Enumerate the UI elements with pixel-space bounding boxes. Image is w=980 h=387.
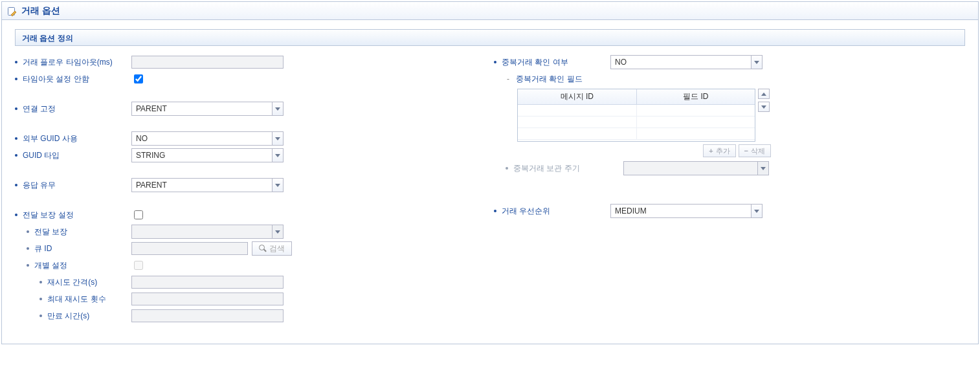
minus-icon — [744, 147, 748, 155]
input-queue-id[interactable] — [131, 242, 248, 255]
label-no-timeout: 타임아웃 설정 안함 — [23, 74, 113, 85]
right-column: 중복거래 확인 여부 NO - 중복거래 확인 필드 — [494, 55, 965, 326]
chevron-down-icon — [272, 149, 283, 162]
label-flow-timeout: 거래 플로우 타임아웃(ms) — [23, 57, 113, 68]
label-dup-retain: 중복거래 보관 주기 — [513, 163, 604, 174]
grid-row[interactable] — [518, 105, 755, 116]
combo-priority[interactable]: MEDIUM — [610, 204, 763, 218]
grid-col-message-id: 메시지 ID — [518, 89, 637, 104]
checkbox-no-timeout[interactable] — [134, 74, 143, 83]
label-priority: 거래 우선순위 — [502, 206, 592, 217]
input-max-retry[interactable] — [131, 293, 284, 305]
left-column: 거래 플로우 타임아웃(ms) 타임아웃 설정 안함 연결 고정 — [15, 55, 494, 326]
label-resp-yn: 응답 유무 — [23, 180, 113, 191]
add-row-button[interactable]: 추가 — [703, 144, 735, 157]
chevron-down-icon — [272, 132, 283, 145]
combo-deliv[interactable] — [131, 225, 284, 239]
dup-field-grid[interactable]: 메시지 ID 필드 ID — [517, 89, 755, 142]
combo-dup-check[interactable]: NO — [610, 55, 763, 69]
grid-row[interactable] — [518, 116, 755, 128]
combo-resp-yn[interactable]: PARENT — [131, 178, 284, 192]
grid-col-field-id: 필드 ID — [637, 89, 755, 104]
label-queue-id: 큐 ID — [34, 243, 125, 254]
label-deliv: 전달 보장 — [34, 227, 125, 238]
edit-icon — [7, 6, 17, 16]
chevron-down-icon — [751, 56, 762, 69]
button-search-queue[interactable]: 검색 — [252, 241, 292, 256]
combo-dup-retain[interactable] — [623, 161, 769, 175]
search-icon — [259, 245, 267, 252]
chevron-down-icon — [751, 205, 762, 217]
label-deliv-set: 전달 보장 설정 — [23, 210, 113, 221]
grid-row[interactable] — [518, 128, 755, 140]
move-up-button[interactable] — [758, 89, 770, 99]
input-expire[interactable] — [131, 309, 284, 322]
move-down-button[interactable] — [758, 102, 770, 112]
combo-conn-fix[interactable]: PARENT — [131, 102, 284, 116]
chevron-down-icon — [272, 225, 283, 238]
label-expire: 만료 시간(s) — [47, 311, 131, 322]
plus-icon — [709, 147, 713, 155]
checkbox-deliv-set[interactable] — [134, 210, 143, 219]
delete-row-button[interactable]: 삭제 — [739, 144, 771, 157]
label-max-retry: 최대 재시도 횟수 — [47, 294, 131, 305]
combo-guid-type[interactable]: STRING — [131, 148, 284, 162]
checkbox-indiv[interactable] — [134, 261, 143, 270]
dash-icon: - — [506, 74, 511, 83]
input-retry-int[interactable] — [131, 276, 284, 289]
chevron-down-icon — [761, 105, 766, 109]
chevron-up-icon — [761, 93, 766, 96]
chevron-down-icon — [272, 179, 283, 192]
chevron-down-icon — [757, 162, 768, 175]
panel-header: 거래 옵션 — [2, 2, 978, 20]
combo-ext-guid[interactable]: NO — [131, 131, 284, 146]
label-conn-fix: 연결 고정 — [23, 104, 113, 115]
label-ext-guid: 외부 GUID 사용 — [23, 133, 113, 144]
sub-header: 거래 옵션 정의 — [15, 29, 965, 46]
label-dup-check: 중복거래 확인 여부 — [502, 57, 592, 68]
panel-title: 거래 옵션 — [21, 5, 60, 17]
panel-trade-options: 거래 옵션 거래 옵션 정의 거래 플로우 타임아웃(ms) 타임아웃 설정 안 — [1, 1, 979, 344]
chevron-down-icon — [272, 102, 283, 115]
label-guid-type: GUID 타입 — [23, 150, 113, 161]
label-indiv: 개별 설정 — [34, 260, 125, 271]
label-dup-field: 중복거래 확인 필드 — [516, 74, 607, 85]
label-retry-int: 재시도 간격(s) — [47, 277, 131, 288]
input-flow-timeout[interactable] — [131, 56, 284, 69]
